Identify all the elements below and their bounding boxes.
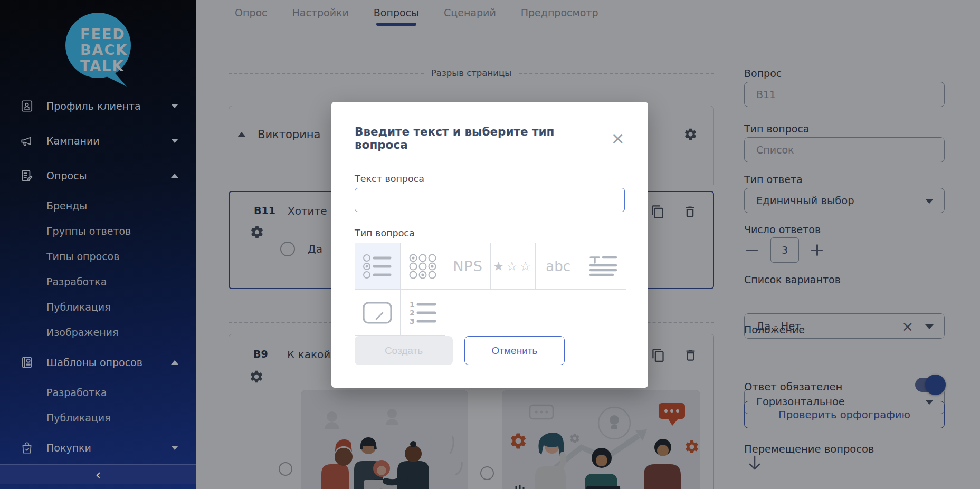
type-nps[interactable]: NPS bbox=[445, 243, 491, 290]
svg-text:2: 2 bbox=[410, 309, 415, 317]
shopping-bag-icon bbox=[20, 441, 36, 455]
abc-icon: abc bbox=[546, 258, 570, 274]
chevron-down-icon bbox=[171, 104, 178, 108]
sidebar-item-label: Кампании bbox=[46, 135, 171, 147]
sidebar-item-development[interactable]: Разработка bbox=[0, 269, 196, 294]
speech-bubble-logo-icon: FEED BACK TALK bbox=[58, 7, 138, 90]
app-root: FEED BACK TALK Профиль клиента Кампании bbox=[0, 0, 980, 489]
type-single-choice-list[interactable] bbox=[355, 243, 401, 290]
sidebar-item-answer-groups[interactable]: Группы ответов bbox=[0, 218, 196, 244]
sidebar-sub-label: Публикация bbox=[46, 412, 111, 424]
svg-text:1: 1 bbox=[410, 300, 415, 309]
close-icon[interactable]: × bbox=[611, 130, 625, 147]
sidebar-item-client-profile[interactable]: Профиль клиента bbox=[0, 89, 196, 123]
type-ranking-list[interactable]: 1 2 3 bbox=[401, 290, 446, 336]
cancel-button[interactable]: Отменить bbox=[464, 336, 565, 365]
sidebar-item-survey-templates[interactable]: Шаблоны опросов bbox=[0, 345, 196, 380]
sidebar-collapse-button[interactable]: ‹ bbox=[0, 464, 196, 484]
text-block-icon bbox=[588, 254, 618, 279]
sidebar-nav: Профиль клиента Кампании Опросы Бренды Г… bbox=[0, 89, 196, 465]
radio-matrix-icon bbox=[408, 253, 437, 280]
stars-icon: ★☆☆ bbox=[493, 259, 534, 274]
nps-icon: NPS bbox=[453, 258, 483, 274]
type-text-block[interactable] bbox=[581, 243, 626, 290]
create-question-modal: Введите текст и выберите тип вопроса × Т… bbox=[331, 102, 648, 388]
sidebar-item-campaigns[interactable]: Кампании bbox=[0, 123, 196, 158]
logo-line-1: FEED bbox=[80, 26, 126, 42]
chevron-left-icon: ‹ bbox=[96, 468, 101, 482]
sidebar-item-publication[interactable]: Публикация bbox=[0, 294, 196, 320]
logo-line-3: TALK bbox=[80, 57, 124, 74]
chevron-down-icon bbox=[171, 446, 178, 450]
sidebar-item-surveys[interactable]: Опросы bbox=[0, 158, 196, 193]
sidebar-item-brands[interactable]: Бренды bbox=[0, 193, 196, 218]
main-area: Опрос Настройки Вопросы Сценарий Предпро… bbox=[196, 0, 980, 489]
sidebar-item-label: Профиль клиента bbox=[46, 100, 171, 112]
type-radio-matrix[interactable] bbox=[401, 243, 446, 290]
sidebar-item-label: Шаблоны опросов bbox=[46, 357, 171, 368]
megaphone-icon bbox=[20, 134, 36, 148]
sidebar-item-templates-publication[interactable]: Публикация bbox=[0, 405, 196, 430]
free-text-card-icon bbox=[362, 301, 393, 325]
sidebar-sub-label: Изображения bbox=[46, 327, 118, 338]
sidebar-item-images[interactable]: Изображения bbox=[0, 320, 196, 345]
chevron-down-icon bbox=[171, 139, 178, 143]
sidebar-item-templates-development[interactable]: Разработка bbox=[0, 380, 196, 405]
profile-card-icon bbox=[20, 99, 36, 113]
type-free-text-area[interactable] bbox=[355, 290, 401, 336]
sidebar-sub-label: Бренды bbox=[46, 200, 87, 212]
sidebar-sub-label: Публикация bbox=[46, 301, 111, 313]
sidebar-item-label: Опросы bbox=[46, 170, 171, 181]
question-text-input[interactable] bbox=[355, 188, 625, 212]
sidebar-sub-label: Типы опросов bbox=[46, 251, 119, 262]
question-text-label: Текст вопроса bbox=[355, 174, 625, 184]
svg-text:3: 3 bbox=[410, 317, 415, 325]
sidebar-item-survey-types[interactable]: Типы опросов bbox=[0, 244, 196, 269]
survey-checklist-icon bbox=[20, 169, 36, 183]
question-type-label: Тип вопроса bbox=[355, 228, 625, 238]
feedbacktalk-logo: FEED BACK TALK bbox=[0, 0, 196, 89]
sidebar-sub-label: Группы ответов bbox=[46, 225, 131, 237]
sidebar-sub-label: Разработка bbox=[46, 276, 107, 287]
chevron-up-icon bbox=[171, 174, 178, 178]
chevron-up-icon bbox=[171, 360, 178, 365]
template-book-icon bbox=[20, 356, 36, 369]
type-star-rating[interactable]: ★☆☆ bbox=[491, 243, 536, 290]
sidebar: FEED BACK TALK Профиль клиента Кампании bbox=[0, 0, 196, 489]
sidebar-item-purchases[interactable]: Покупки bbox=[0, 430, 196, 465]
type-text-answer[interactable]: abc bbox=[536, 243, 581, 290]
create-button[interactable]: Создать bbox=[355, 336, 453, 365]
question-type-grid: NPS ★☆☆ abc bbox=[355, 243, 626, 336]
ranking-list-icon: 1 2 3 bbox=[408, 300, 437, 326]
sidebar-sub-label: Разработка bbox=[46, 387, 107, 398]
modal-title: Введите текст и выберите тип вопроса bbox=[355, 125, 611, 151]
logo-line-2: BACK bbox=[80, 42, 128, 58]
sidebar-item-label: Покупки bbox=[46, 442, 171, 454]
radio-list-icon bbox=[362, 253, 393, 280]
